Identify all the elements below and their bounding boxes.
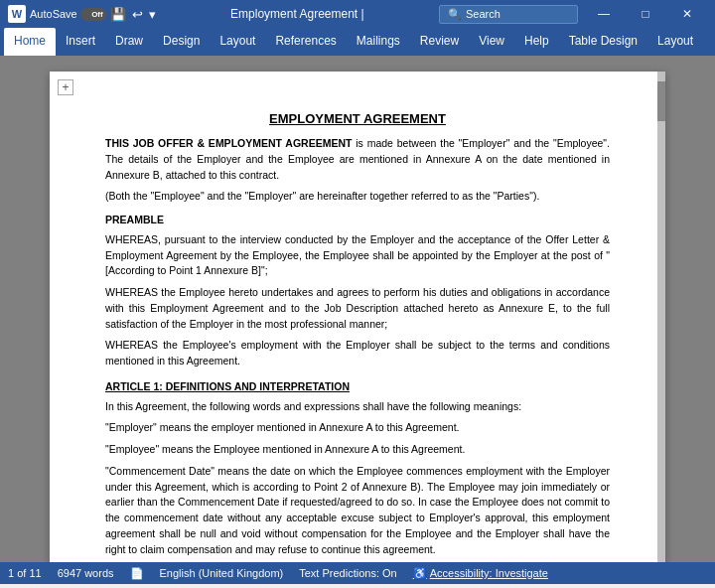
tab-references[interactable]: References: [265, 28, 346, 56]
tab-view[interactable]: View: [469, 28, 514, 56]
close-button[interactable]: ✕: [667, 0, 707, 28]
tab-mailings[interactable]: Mailings: [347, 28, 410, 56]
article1-employee: "Employee" means the Employee mentioned …: [105, 442, 610, 458]
preamble-p2: WHEREAS the Employee hereto undertakes a…: [105, 285, 610, 332]
intro-paragraph: THIS JOB OFFER & EMPLOYMENT AGREEMENT is…: [105, 136, 610, 183]
search-icon: 🔍: [448, 8, 462, 21]
document-title-heading: EMPLOYMENT AGREEMENT: [105, 111, 610, 126]
tab-review[interactable]: Review: [410, 28, 469, 56]
article1-employer: "Employer" means the employer mentioned …: [105, 420, 610, 436]
tab-layout2[interactable]: Layout: [647, 28, 703, 56]
document-body: THIS JOB OFFER & EMPLOYMENT AGREEMENT is…: [105, 136, 610, 562]
autosave-control: AutoSave Off: [30, 8, 106, 21]
save-icon[interactable]: 💾: [110, 7, 126, 22]
language: English (United Kingdom): [160, 567, 284, 579]
tab-layout[interactable]: Layout: [210, 28, 265, 56]
page-info: 1 of 11: [8, 567, 42, 579]
customize-icon[interactable]: ▾: [149, 7, 156, 22]
tab-help[interactable]: Help: [514, 28, 559, 56]
title-bar: W AutoSave Off 💾 ↩ ▾ Employment Agreemen…: [0, 0, 715, 28]
text-predictions: Text Predictions: On: [299, 567, 396, 579]
tab-draw[interactable]: Draw: [105, 28, 153, 56]
title-bar-left: W AutoSave Off 💾 ↩ ▾: [8, 5, 156, 23]
maximize-button[interactable]: □: [626, 0, 665, 28]
status-bar: 1 of 11 6947 words 📄 English (United Kin…: [0, 562, 715, 584]
preamble-p1: WHEREAS, pursuant to the interview condu…: [105, 232, 610, 279]
window-controls: — □ ✕: [584, 0, 707, 28]
autosave-toggle[interactable]: Off: [80, 8, 106, 21]
minimize-button[interactable]: —: [584, 0, 624, 28]
add-content-icon[interactable]: +: [58, 79, 73, 95]
bold-intro-text: THIS JOB OFFER & EMPLOYMENT AGREEMENT: [105, 137, 352, 149]
preamble-heading: PREAMBLE: [105, 213, 610, 228]
tab-design[interactable]: Design: [153, 28, 210, 56]
article1-heading: ARTICLE 1: DEFINITIONS AND INTERPRETATIO…: [105, 379, 610, 395]
article1-p1: In this Agreement, the following words a…: [105, 399, 610, 415]
document-title: Employment Agreement |: [162, 7, 433, 21]
preamble-p3: WHEREAS the Employee's employment with t…: [105, 338, 610, 369]
search-box[interactable]: 🔍 Search: [439, 5, 578, 24]
word-count: 6947 words: [58, 567, 114, 579]
document-page: + EMPLOYMENT AGREEMENT THIS JOB OFFER & …: [50, 72, 665, 562]
document-area: + EMPLOYMENT AGREEMENT THIS JOB OFFER & …: [0, 56, 715, 562]
scrollbar[interactable]: [657, 72, 665, 562]
spell-check-icon[interactable]: 📄: [130, 567, 144, 580]
ribbon-tabs: Home Insert Draw Design Layout Reference…: [0, 28, 715, 56]
search-label: Search: [466, 8, 500, 20]
article1-commencement: "Commencement Date" means the date on wh…: [105, 464, 610, 558]
word-logo: W: [8, 5, 26, 23]
undo-icon[interactable]: ↩: [132, 7, 143, 22]
ribbon: Home Insert Draw Design Layout Reference…: [0, 28, 715, 56]
autosave-label: AutoSave: [30, 8, 77, 20]
word-logo-letter: W: [12, 8, 22, 20]
accessibility-icon: ♿: [413, 567, 427, 580]
tab-table-design[interactable]: Table Design: [559, 28, 647, 56]
accessibility-label: Accessibility: Investigate: [430, 567, 548, 579]
tab-home[interactable]: Home: [4, 28, 56, 56]
tab-insert[interactable]: Insert: [56, 28, 105, 56]
scroll-thumb[interactable]: [657, 81, 665, 121]
quick-access-toolbar: 💾 ↩ ▾: [110, 7, 156, 22]
toggle-off-label: Off: [91, 10, 103, 19]
parties-paragraph: (Both the "Employee" and the "Employer" …: [105, 189, 610, 205]
accessibility-button[interactable]: ♿ Accessibility: Investigate: [413, 567, 548, 580]
